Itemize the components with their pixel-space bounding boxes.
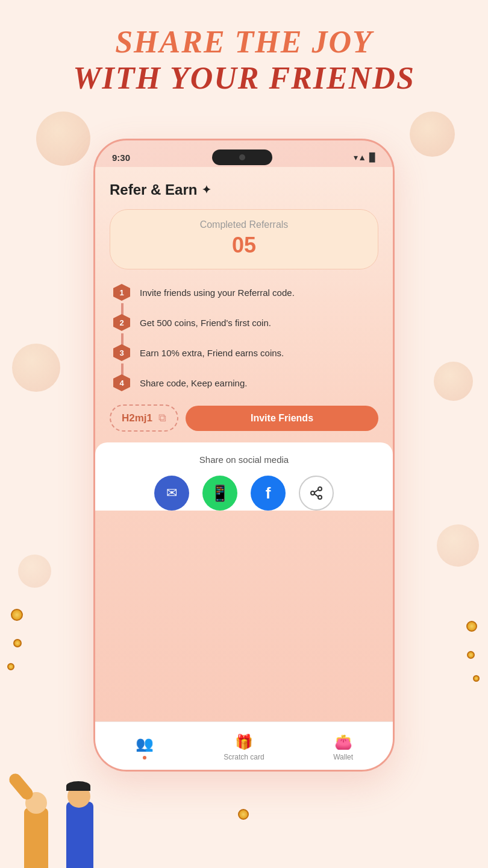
active-dot [143,756,146,760]
step-item-2: 2 Get 500 coins, Friend's first coin. [113,314,375,331]
step-item-4: 4 Share code, Keep earning. [113,374,375,391]
social-icons-row: ✉ 📱 f [110,476,378,511]
steps-list: 1 Invite friends using your Referral cod… [110,284,378,391]
header-line1: Share the Joy [0,24,488,60]
social-share-section: Share on social media ✉ 📱 f [95,442,393,511]
step-badge-1: 1 [113,284,130,301]
referrals-card: Completed Referrals 05 [110,209,378,269]
whatsapp-icon: 📱 [210,484,230,503]
header-line2: with Your Friends [0,60,488,96]
bottom-nav: 👥 🎁 Scratch card 👛 Wallet [95,722,393,770]
step-text-3: Earn 10% extra, Friend earns coins. [140,344,284,359]
more-share-button[interactable] [299,476,334,511]
svg-point-1 [311,491,314,495]
referrals-label: Completed Referrals [125,219,363,230]
social-share-title: Share on social media [110,454,378,465]
page-title-text: Refer & Earn [110,181,197,198]
people-illustration [0,747,139,868]
phone-frame: 9:30 ▾▲ ▉ Refer & Earn ✦ Completed Refer… [93,139,395,772]
battery-icon: ▉ [369,153,376,162]
nav-item-wallet[interactable]: 👛 Wallet [293,734,393,761]
share-icon [308,485,325,502]
whatsapp-share-button[interactable]: 📱 [202,476,237,511]
page-title-row: Refer & Earn ✦ [110,181,378,198]
step-text-2: Get 500 coins, Friend's first coin. [140,314,271,329]
step-text-1: Invite friends using your Referral code. [140,284,295,299]
wallet-nav-icon: 👛 [334,734,352,750]
email-share-button[interactable]: ✉ [154,476,189,511]
copy-icon[interactable]: ⧉ [158,412,166,424]
wallet-nav-label: Wallet [333,753,353,761]
svg-point-2 [318,495,322,499]
referrals-count: 05 [125,233,363,258]
step-item-3: 3 Earn 10% extra, Friend earns coins. [113,344,375,361]
step-badge-3: 3 [113,344,130,361]
scratch-card-nav-label: Scratch card [224,753,264,761]
invite-friends-button[interactable]: Invite Friends [186,406,378,431]
status-time: 9:30 [112,153,130,163]
step-item-1: 1 Invite friends using your Referral cod… [113,284,375,301]
status-icons: ▾▲ ▉ [354,153,376,162]
facebook-icon: f [266,484,271,503]
phone-content: Refer & Earn ✦ Completed Referrals 05 1 … [95,167,393,770]
status-bar: 9:30 ▾▲ ▉ [95,140,393,167]
header-line2-plain: with [73,61,170,95]
referral-code-box[interactable]: H2mj1 ⧉ [110,404,178,432]
camera-dot [239,154,245,160]
sparkle-icon: ✦ [202,183,211,197]
nav-item-scratch-card[interactable]: 🎁 Scratch card [195,734,294,761]
svg-line-3 [314,494,318,497]
header-line2-highlight: Your Friends [170,61,415,95]
scratch-card-nav-icon: 🎁 [235,734,253,750]
svg-point-0 [318,487,322,491]
step-badge-4: 4 [113,374,130,391]
step-text-4: Share code, Keep earning. [140,374,247,389]
signal-icon: ▾▲ [354,153,366,162]
referral-row: H2mj1 ⧉ Invite Friends [110,404,378,432]
facebook-share-button[interactable]: f [251,476,286,511]
svg-line-4 [314,490,318,492]
step-badge-2: 2 [113,314,130,331]
header-title: Share the Joy with Your Friends [0,24,488,96]
dynamic-island [212,149,272,165]
referral-code: H2mj1 [122,412,152,424]
email-icon: ✉ [166,485,177,501]
